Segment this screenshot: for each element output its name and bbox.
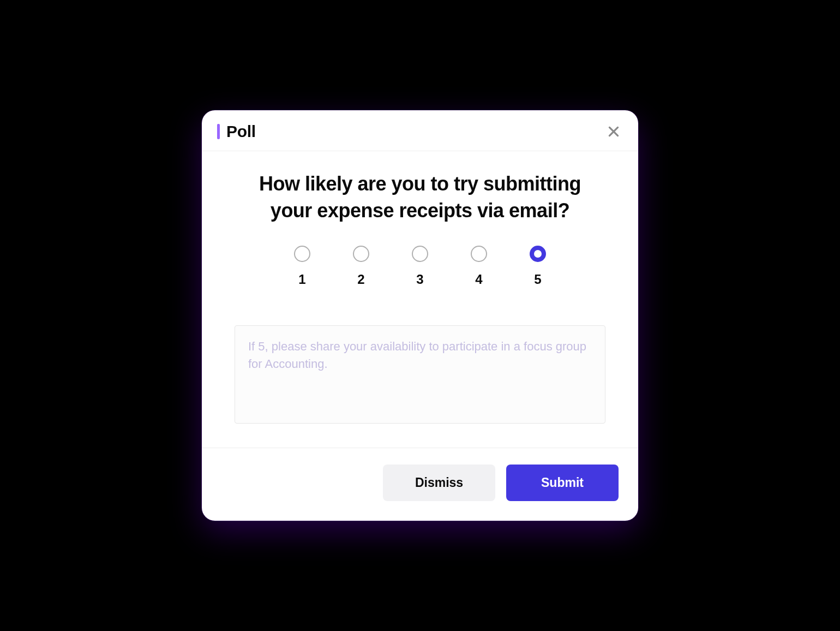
radio-icon: [294, 246, 310, 262]
rating-label: 3: [416, 272, 423, 287]
header-left: Poll: [217, 122, 256, 141]
radio-icon: [353, 246, 369, 262]
radio-icon: [412, 246, 428, 262]
rating-option-2[interactable]: 2: [353, 246, 369, 287]
modal-title: Poll: [226, 122, 256, 141]
rating-label: 1: [298, 272, 305, 287]
radio-icon-selected: [530, 246, 546, 262]
comment-input[interactable]: [235, 325, 605, 424]
submit-button[interactable]: Submit: [506, 465, 619, 501]
rating-label: 2: [357, 272, 364, 287]
modal-body: How likely are you to try submitting you…: [202, 151, 638, 448]
rating-scale: 1 2 3 4 5: [235, 246, 605, 287]
close-icon: [607, 124, 621, 139]
modal-header: Poll: [202, 110, 638, 151]
rating-label: 4: [475, 272, 482, 287]
radio-icon: [471, 246, 487, 262]
close-button[interactable]: [604, 122, 623, 141]
poll-question: How likely are you to try submitting you…: [256, 171, 584, 224]
poll-modal: Poll How likely are you to try submittin…: [202, 110, 638, 521]
rating-option-1[interactable]: 1: [294, 246, 310, 287]
accent-bar: [217, 124, 220, 139]
rating-label: 5: [534, 272, 541, 287]
rating-option-3[interactable]: 3: [412, 246, 428, 287]
modal-footer: Dismiss Submit: [202, 448, 638, 521]
rating-option-4[interactable]: 4: [471, 246, 487, 287]
dismiss-button[interactable]: Dismiss: [383, 465, 495, 501]
rating-option-5[interactable]: 5: [530, 246, 546, 287]
